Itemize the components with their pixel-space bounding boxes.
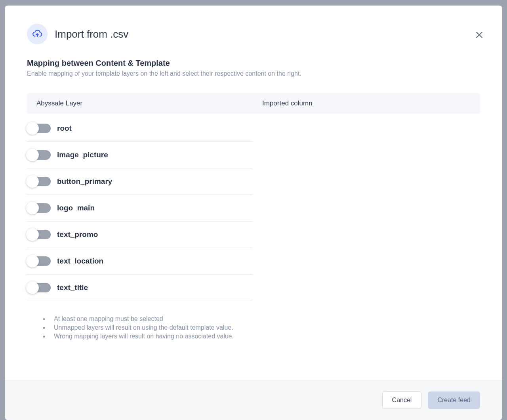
layer-toggle[interactable]	[27, 256, 51, 266]
close-icon	[475, 35, 484, 41]
layer-row: root	[27, 115, 253, 142]
layer-row: image_picture	[27, 142, 253, 168]
modal-title: Import from .csv	[55, 28, 128, 40]
layer-row: logo_main	[27, 195, 253, 221]
hints-list: At least one mapping must be selected Un…	[27, 315, 480, 340]
hint-item: At least one mapping must be selected	[43, 315, 480, 323]
modal-header: Import from .csv	[5, 6, 502, 44]
layer-toggle[interactable]	[27, 150, 51, 160]
layer-label: logo_main	[57, 204, 95, 212]
column-header-layer: Abyssale Layer	[36, 99, 262, 107]
layer-label: image_picture	[57, 151, 108, 159]
layer-toggle[interactable]	[27, 230, 51, 239]
layer-row: text_location	[27, 248, 253, 275]
layer-row: text_promo	[27, 221, 253, 248]
layer-list: root image_picture button_primary logo_m…	[27, 115, 253, 301]
create-feed-button[interactable]: Create feed	[428, 391, 480, 409]
layer-toggle[interactable]	[27, 203, 51, 213]
column-header-imported: Imported column	[262, 99, 313, 107]
layer-toggle[interactable]	[27, 283, 51, 292]
layer-row: text_title	[27, 275, 253, 301]
layer-row: button_primary	[27, 168, 253, 195]
import-csv-modal: Import from .csv Mapping between Content…	[5, 6, 502, 420]
layer-label: root	[57, 124, 72, 133]
layer-label: text_promo	[57, 230, 98, 239]
hint-item: Wrong mapping layers will result on havi…	[43, 333, 480, 340]
mapping-table-header: Abyssale Layer Imported column	[27, 93, 480, 114]
section-title: Mapping between Content & Template	[27, 59, 480, 68]
layer-toggle[interactable]	[27, 177, 51, 186]
upload-cloud-icon	[27, 24, 48, 44]
modal-body: Mapping between Content & Template Enabl…	[5, 44, 502, 380]
layer-toggle[interactable]	[27, 124, 51, 133]
close-button[interactable]	[472, 28, 486, 43]
modal-footer: Cancel Create feed	[5, 380, 502, 420]
layer-label: text_location	[57, 257, 103, 265]
layer-label: text_title	[57, 283, 88, 292]
hint-item: Unmapped layers will result on using the…	[43, 324, 480, 331]
layer-label: button_primary	[57, 177, 112, 186]
cancel-button[interactable]: Cancel	[382, 391, 422, 409]
section-subtitle: Enable mapping of your template layers o…	[27, 70, 480, 77]
